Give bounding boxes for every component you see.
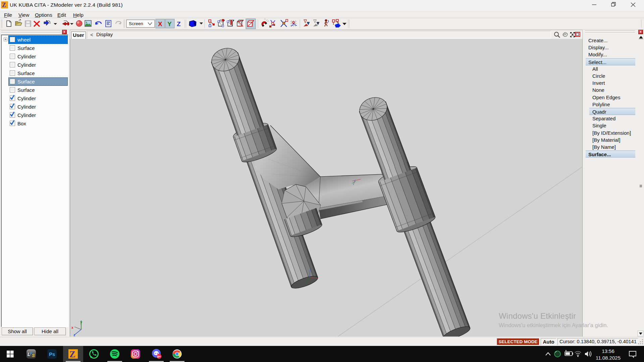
svg-text:Screen: Screen — [129, 21, 143, 26]
svg-text:y: y — [80, 320, 83, 324]
svg-text:11.08.2025: 11.08.2025 — [596, 355, 621, 361]
svg-text:Y: Y — [167, 20, 172, 27]
svg-text:x: x — [71, 326, 73, 329]
svg-text:13:56: 13:56 — [602, 348, 614, 354]
svg-text:z: z — [73, 333, 75, 337]
svg-text:S: S — [32, 353, 35, 358]
svg-text:Z: Z — [177, 20, 181, 27]
svg-text:X: X — [158, 20, 162, 27]
svg-text:Z: Z — [2, 2, 6, 8]
svg-text:Ps: Ps — [49, 351, 55, 357]
svg-text:9+: 9+ — [157, 355, 161, 358]
svg-text:Z: Z — [69, 349, 75, 359]
